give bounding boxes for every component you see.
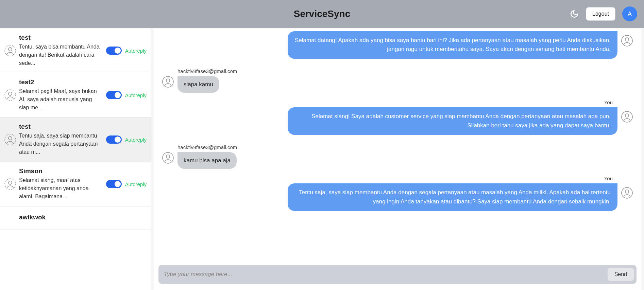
message-outgoing: Selamat datang! Apakah ada yang bisa say… <box>162 31 633 59</box>
app-title: ServiceSync <box>294 8 351 19</box>
conversation-sidebar: test Tentu, saya bisa membantu Anda deng… <box>0 29 151 290</box>
message-bubble: Tentu saja, saya siap membantu Anda deng… <box>288 183 617 211</box>
message-incoming: hacktiv8fase3@gmail.com siapa kamu <box>162 68 633 93</box>
message-bubble: kamu bisa apa aja <box>177 152 237 169</box>
avatar[interactable]: A <box>622 6 637 21</box>
user-icon <box>4 212 16 224</box>
conversation-item[interactable]: test Tentu saja, saya siap membantu Anda… <box>0 117 151 162</box>
message-incoming: hacktiv8fase3@gmail.com kamu bisa apa aj… <box>162 144 633 169</box>
svg-point-7 <box>9 181 12 184</box>
message-sender: hacktiv8fase3@gmail.com <box>177 68 237 74</box>
svg-point-6 <box>5 179 16 189</box>
svg-point-8 <box>622 35 632 46</box>
user-icon <box>162 76 174 88</box>
message-sender: hacktiv8fase3@gmail.com <box>177 144 237 150</box>
autoreply-toggle[interactable] <box>106 47 122 55</box>
message-bubble: siapa kamu <box>177 76 219 93</box>
conversation-item[interactable]: test2 Selamat pagi! Maaf, saya bukan AI,… <box>0 73 151 117</box>
autoreply-toggle[interactable] <box>106 180 122 188</box>
message-sender: You <box>162 99 613 105</box>
conversation-preview: Tentu, saya bisa membantu Anda dengan it… <box>19 43 103 67</box>
conversation-preview: Selamat siang, maaf atas ketidaknyamanan… <box>19 176 103 201</box>
svg-point-13 <box>625 114 629 117</box>
svg-point-17 <box>625 190 629 193</box>
svg-point-4 <box>5 134 16 145</box>
message-bubble: Selamat datang! Apakah ada yang bisa say… <box>288 31 617 59</box>
chat-panel: Selamat datang! Apakah ada yang bisa say… <box>154 29 641 290</box>
message-sender: You <box>162 176 613 181</box>
conversation-item[interactable]: Simson Selamat siang, maaf atas ketidakn… <box>0 162 151 206</box>
message-composer: Send <box>158 265 637 284</box>
svg-point-9 <box>625 38 629 41</box>
svg-point-15 <box>166 155 170 158</box>
autoreply-toggle[interactable] <box>106 135 122 144</box>
conversation-name: test <box>19 34 103 41</box>
svg-point-10 <box>163 76 173 87</box>
message-bubble: Selamat siang! Saya adalah customer serv… <box>288 107 617 135</box>
message-input[interactable] <box>161 268 605 281</box>
conversation-item[interactable]: awikwok <box>0 206 151 230</box>
autoreply-label: Autoreply <box>125 48 147 54</box>
app-header: ServiceSync Logout A <box>0 0 644 28</box>
user-icon <box>4 178 16 190</box>
user-icon <box>4 44 16 57</box>
autoreply-toggle[interactable] <box>106 91 122 99</box>
svg-point-5 <box>9 137 12 140</box>
user-icon <box>621 187 633 199</box>
conversation-preview: Tentu saja, saya siap membantu Anda deng… <box>19 132 103 156</box>
send-button[interactable]: Send <box>608 268 634 281</box>
svg-point-3 <box>9 92 12 95</box>
message-outgoing: Tentu saja, saya siap membantu Anda deng… <box>162 183 633 211</box>
conversation-item[interactable]: test Tentu, saya bisa membantu Anda deng… <box>0 29 151 73</box>
user-icon <box>621 111 633 123</box>
svg-point-0 <box>5 45 16 56</box>
logout-button[interactable]: Logout <box>586 7 615 21</box>
user-icon <box>4 89 16 101</box>
autoreply-label: Autoreply <box>125 92 147 98</box>
message-list: Selamat datang! Apakah ada yang bisa say… <box>154 29 641 265</box>
conversation-name: awikwok <box>19 214 147 221</box>
message-outgoing: Selamat siang! Saya adalah customer serv… <box>162 107 633 135</box>
user-icon <box>162 152 174 164</box>
svg-point-12 <box>622 111 632 122</box>
svg-point-11 <box>166 79 170 82</box>
conversation-name: Simson <box>19 167 103 175</box>
svg-point-2 <box>5 90 16 101</box>
user-icon <box>621 35 633 47</box>
svg-point-1 <box>9 48 12 51</box>
theme-toggle-moon-icon[interactable] <box>570 9 579 19</box>
conversation-preview: Selamat pagi! Maaf, saya bukan AI, saya … <box>19 87 103 112</box>
autoreply-label: Autoreply <box>125 137 147 143</box>
user-icon <box>4 133 16 146</box>
conversation-name: test <box>19 123 103 130</box>
autoreply-label: Autoreply <box>125 181 147 187</box>
svg-point-14 <box>163 152 173 163</box>
conversation-name: test2 <box>19 78 103 86</box>
svg-point-16 <box>622 187 632 198</box>
